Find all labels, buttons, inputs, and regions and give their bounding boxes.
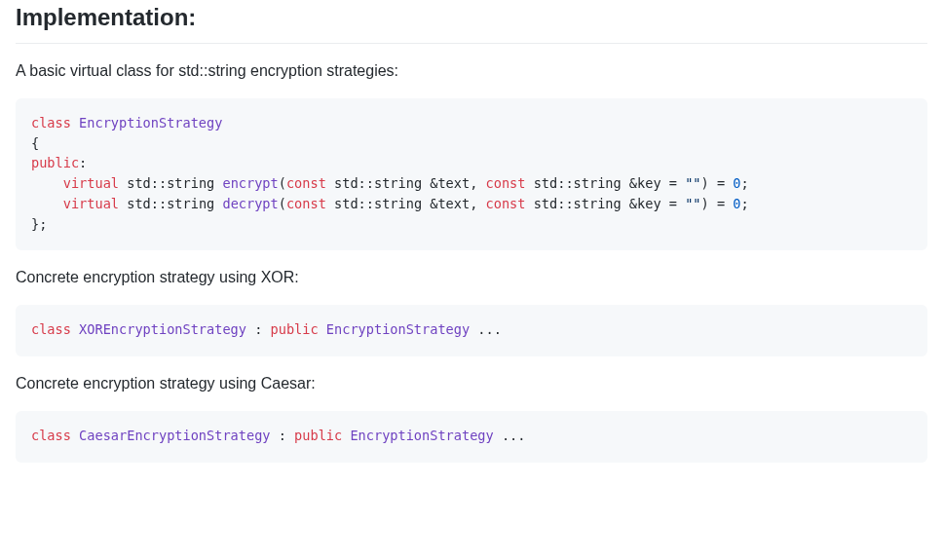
paren-open: ( — [279, 175, 286, 191]
base-class-name: EncryptionStrategy — [350, 428, 493, 443]
indent — [31, 196, 63, 211]
string-literal: "" — [685, 196, 700, 211]
paren-open: ( — [279, 196, 286, 211]
colon: : — [79, 155, 87, 170]
class-name: XOREncryptionStrategy — [79, 321, 246, 337]
space — [319, 321, 326, 337]
keyword-public: public — [31, 155, 79, 170]
code-text: ) = — [701, 196, 734, 211]
string-literal: "" — [685, 175, 700, 191]
code-text: std::string &text, — [326, 196, 486, 211]
semicolon: ; — [740, 196, 748, 211]
base-class-name: EncryptionStrategy — [326, 321, 470, 337]
xor-paragraph: Concrete encryption strategy using XOR: — [16, 266, 927, 289]
keyword-class: class — [31, 428, 71, 443]
semicolon: ; — [740, 175, 748, 191]
code-text: ... — [494, 428, 526, 443]
keyword-virtual: virtual — [63, 175, 119, 191]
keyword-public: public — [294, 428, 342, 443]
code-text: std::string &key = — [525, 196, 685, 211]
class-name: CaesarEncryptionStrategy — [79, 428, 270, 443]
indent — [31, 175, 63, 191]
caesar-paragraph: Concrete encryption strategy using Caesa… — [16, 372, 927, 395]
code-text: : — [246, 321, 271, 337]
keyword-virtual: virtual — [63, 196, 119, 211]
code-block-base-class: class EncryptionStrategy { public: virtu… — [16, 98, 927, 250]
class-name: EncryptionStrategy — [79, 115, 222, 131]
code-text: std::string — [119, 196, 222, 211]
code-block-caesar: class CaesarEncryptionStrategy : public … — [16, 411, 927, 463]
code-text — [71, 115, 79, 131]
keyword-const: const — [486, 175, 526, 191]
keyword-const: const — [286, 175, 326, 191]
keyword-const: const — [286, 196, 326, 211]
keyword-class: class — [31, 115, 71, 131]
code-text: std::string — [119, 175, 222, 191]
keyword-const: const — [486, 196, 526, 211]
code-text: : — [271, 428, 295, 443]
brace-close: }; — [31, 216, 47, 232]
function-encrypt: encrypt — [222, 175, 278, 191]
code-text: ) = — [701, 175, 734, 191]
function-decrypt: decrypt — [222, 196, 278, 211]
code-block-xor: class XOREncryptionStrategy : public Enc… — [16, 305, 927, 356]
code-text — [71, 428, 79, 443]
brace-open: { — [31, 135, 39, 151]
code-text: std::string &text, — [326, 175, 486, 191]
keyword-class: class — [31, 321, 71, 337]
code-text: ... — [470, 321, 502, 337]
keyword-public: public — [271, 321, 319, 337]
code-text — [71, 321, 79, 337]
intro-paragraph: A basic virtual class for std::string en… — [16, 59, 927, 83]
code-text: std::string &key = — [525, 175, 685, 191]
section-heading: Implementation: — [16, 0, 927, 44]
